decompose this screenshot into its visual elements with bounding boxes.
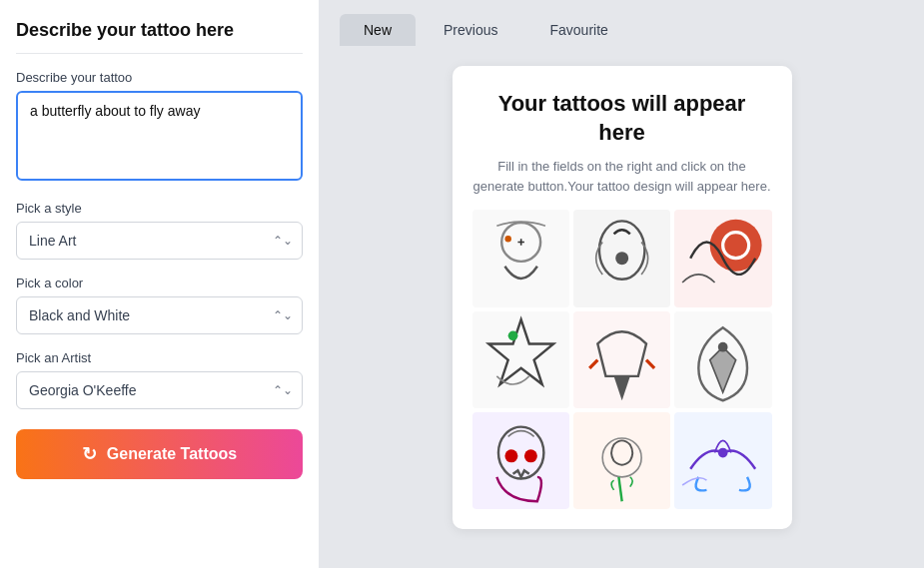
color-label: Pick a color: [16, 276, 303, 290]
card-title: Your tattoos will appear here: [472, 90, 772, 147]
tattoo-cell-6: [674, 311, 771, 408]
description-label: Describe your tattoo: [16, 70, 303, 85]
style-select[interactable]: Line Art Realistic Watercolor Tribal Geo…: [16, 222, 303, 260]
tattoo-cell-7: [472, 412, 569, 509]
svg-point-9: [504, 449, 517, 462]
tattoo-cell-9: [674, 412, 771, 509]
svg-point-3: [615, 252, 628, 265]
tab-new[interactable]: New: [340, 14, 416, 46]
style-label: Pick a style: [16, 201, 303, 216]
page-title: Describe your tattoo here: [16, 20, 303, 54]
tattoo-cell-3: [674, 210, 771, 306]
svg-point-11: [602, 438, 641, 477]
color-select-wrapper: Black and White Full Color Greyscale Pas…: [16, 296, 303, 334]
color-select[interactable]: Black and White Full Color Greyscale Pas…: [16, 296, 303, 334]
tattoo-cell-1: [472, 210, 569, 306]
style-field-group: Pick a style Line Art Realistic Watercol…: [16, 201, 303, 260]
color-field-group: Pick a color Black and White Full Color …: [16, 276, 303, 334]
tab-favourite[interactable]: Favourite: [525, 14, 631, 46]
tab-previous[interactable]: Previous: [420, 14, 521, 46]
svg-point-6: [507, 330, 517, 340]
right-panel: New Previous Favourite Your tattoos will…: [320, 0, 924, 568]
artist-field-group: Pick an Artist Georgia O'Keeffe Salvador…: [16, 350, 303, 409]
tattoo-placeholder-card: Your tattoos will appear here Fill in th…: [453, 66, 792, 529]
artist-label: Pick an Artist: [16, 350, 303, 365]
left-panel: Describe your tattoo here Describe your …: [0, 0, 320, 568]
svg-point-10: [523, 449, 536, 462]
refresh-icon: ↻: [82, 443, 97, 465]
tabs-bar: New Previous Favourite: [320, 0, 924, 46]
tattoo-cell-5: [573, 311, 670, 408]
description-field-group: Describe your tattoo: [16, 70, 303, 185]
svg-point-8: [497, 426, 542, 478]
svg-point-7: [718, 341, 728, 351]
artist-select-wrapper: Georgia O'Keeffe Salvador Dali Frida Kah…: [16, 371, 303, 409]
svg-point-4: [710, 220, 762, 272]
tattoo-description-input[interactable]: [16, 91, 303, 181]
tattoo-cell-8: [573, 412, 670, 509]
tattoo-grid: [472, 210, 772, 509]
artist-select[interactable]: Georgia O'Keeffe Salvador Dali Frida Kah…: [16, 371, 303, 409]
generate-tattoos-button[interactable]: ↻ Generate Tattoos: [16, 429, 303, 479]
card-description: Fill in the fields on the right and clic…: [472, 157, 772, 196]
svg-point-1: [504, 236, 510, 242]
generate-button-label: Generate Tattoos: [107, 445, 237, 463]
tattoo-cell-2: [573, 210, 670, 306]
svg-point-12: [718, 448, 728, 458]
style-select-wrapper: Line Art Realistic Watercolor Tribal Geo…: [16, 222, 303, 260]
tattoo-cell-4: [472, 311, 569, 408]
right-content: Your tattoos will appear here Fill in th…: [320, 46, 924, 568]
